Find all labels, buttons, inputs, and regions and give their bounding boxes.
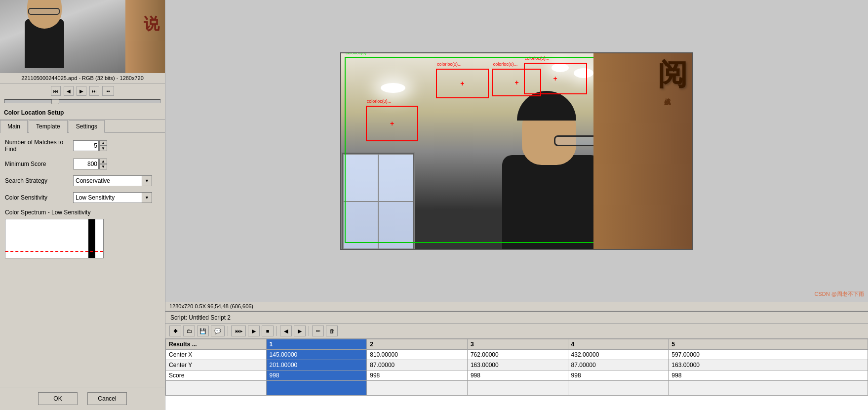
script-prev-btn[interactable]: ◀ — [280, 326, 292, 336]
cell-score-empty — [769, 370, 868, 381]
cell-empty-3 — [467, 381, 568, 396]
col-header-2[interactable]: 2 — [367, 339, 468, 350]
settings-content: Number of Matches to Find ▲ ▼ Minimum Sc… — [0, 133, 165, 387]
row-label-score: Score — [166, 370, 267, 381]
cell-cy-empty — [769, 360, 868, 370]
cell-cx-empty — [769, 350, 868, 360]
min-score-input-wrap: ▲ ▼ — [73, 159, 107, 169]
record-btn[interactable]: ▪▪ — [102, 86, 114, 96]
col-header-results: Results ... — [166, 339, 267, 350]
cell-score-1[interactable]: 998 — [266, 370, 367, 381]
progress-bar[interactable] — [4, 99, 161, 103]
chinese-char-yue: 阅 — [658, 58, 687, 91]
cell-cx-4[interactable]: 432.00000 — [568, 350, 669, 360]
cell-cx-1[interactable]: 145.00000 — [266, 350, 367, 360]
progress-thumb[interactable] — [51, 99, 59, 104]
toolbar-divider-1 — [228, 326, 228, 336]
tab-template[interactable]: Template — [29, 120, 68, 133]
playback-controls: ⏮ ◀ ▶ ⏭ ▪▪ — [0, 83, 165, 98]
script-edit-btn[interactable]: ✏ — [312, 326, 324, 336]
cell-cy-3[interactable]: 163.00000 — [467, 360, 568, 370]
cell-score-5[interactable]: 998 — [669, 370, 769, 381]
cell-empty-5 — [669, 381, 769, 396]
spectrum-dashed — [5, 251, 103, 258]
script-save-btn[interactable]: 💾 — [197, 326, 209, 336]
bottom-buttons: OK Cancel — [0, 387, 165, 410]
min-score-spinners: ▲ ▼ — [99, 159, 107, 169]
row-label-centerx: Center X — [166, 350, 267, 360]
col-header-5[interactable]: 5 — [669, 339, 769, 350]
script-play-start-btn[interactable]: ⏮▶ — [231, 326, 246, 336]
num-matches-up[interactable]: ▲ — [99, 140, 107, 146]
section-title-text: Color Location Setup — [4, 109, 64, 116]
script-play-btn[interactable]: ▶ — [248, 326, 260, 336]
num-matches-input[interactable] — [73, 140, 99, 151]
cell-score-3[interactable]: 998 — [467, 370, 568, 381]
main-layout: 说 221105000244025.apd - RGB (32 bits) - … — [0, 0, 868, 410]
tab-settings[interactable]: Settings — [69, 120, 105, 133]
cell-cy-1[interactable]: 201.00000 — [266, 360, 367, 370]
progress-bar-container — [0, 98, 165, 106]
script-title-bar: Script: Untitled Script 2 — [165, 312, 868, 324]
min-score-down[interactable]: ▼ — [99, 164, 107, 169]
color-sensitivity-arrow[interactable]: ▼ — [142, 192, 152, 203]
script-folder-btn[interactable]: 🗀 — [183, 326, 195, 336]
cell-cx-2[interactable]: 810.00000 — [367, 350, 468, 360]
cell-sel-empty-1[interactable] — [266, 381, 367, 396]
color-sensitivity-display[interactable]: Low Sensitivity — [73, 192, 142, 203]
cell-empty-4 — [568, 381, 669, 396]
col-header-1[interactable]: 1 — [266, 339, 367, 350]
cell-score-4[interactable]: 998 — [568, 370, 669, 381]
section-header: Color Location Setup — [0, 106, 165, 120]
num-matches-spinners: ▲ ▼ — [99, 140, 107, 151]
table-row-centery: Center Y 201.00000 87.00000 163.00000 87… — [166, 360, 868, 370]
cell-empty-label-1 — [166, 381, 267, 396]
num-matches-down[interactable]: ▼ — [99, 146, 107, 151]
search-strategy-arrow[interactable]: ▼ — [142, 175, 152, 186]
toolbar-divider-2 — [276, 326, 277, 336]
table-row-centerx: Center X 145.00000 810.00000 762.00000 4… — [166, 350, 868, 360]
min-score-input[interactable] — [73, 159, 99, 169]
tabs-row: Main Template Settings — [0, 120, 165, 133]
color-spectrum-section: Color Spectrum - Low Sensitivity — [5, 209, 160, 258]
results-header-row: Results ... 1 2 3 4 5 — [166, 339, 868, 350]
next-frame-btn[interactable]: ▶ — [77, 86, 86, 96]
num-matches-label: Number of Matches to Find — [5, 139, 69, 153]
cell-cy-2[interactable]: 87.00000 — [367, 360, 468, 370]
prev-frame-btn[interactable]: ◀ — [64, 86, 74, 96]
right-panel: 阅 超越成就人生 — [165, 0, 868, 410]
script-star-btn[interactable]: ✱ — [169, 326, 181, 336]
main-image: 阅 超越成就人生 — [340, 52, 693, 250]
col-header-4[interactable]: 4 — [568, 339, 669, 350]
col-header-3[interactable]: 3 — [467, 339, 568, 350]
skip-end-btn[interactable]: ⏭ — [89, 86, 99, 96]
image-display-area[interactable]: 阅 超越成就人生 — [165, 0, 868, 302]
cell-score-2[interactable]: 998 — [367, 370, 468, 381]
tab-main[interactable]: Main — [0, 120, 28, 133]
script-delete-btn[interactable]: 🗑 — [326, 326, 338, 336]
col-header-extra — [769, 339, 868, 350]
script-panel: Script: Untitled Script 2 ✱ 🗀 💾 💬 ⏮▶ ▶ ■… — [165, 311, 868, 410]
ok-button[interactable]: OK — [38, 392, 78, 405]
table-row-empty1 — [166, 381, 868, 396]
cell-cy-5[interactable]: 163.00000 — [669, 360, 769, 370]
search-strategy-row: Search Strategy Conservative ▼ — [5, 175, 160, 186]
script-next-btn[interactable]: ▶ — [294, 326, 306, 336]
toolbar-divider-3 — [309, 326, 309, 336]
cell-cx-5[interactable]: 597.00000 — [669, 350, 769, 360]
script-comment-btn[interactable]: 💬 — [211, 326, 225, 336]
skip-start-btn[interactable]: ⏮ — [51, 86, 61, 96]
cell-cy-4[interactable]: 87.00000 — [568, 360, 669, 370]
min-score-up[interactable]: ▲ — [99, 159, 107, 164]
file-info-text: 221105000244025.apd - RGB (32 bits) - 12… — [21, 75, 144, 81]
script-stop-btn[interactable]: ■ — [262, 326, 274, 336]
cell-cx-3[interactable]: 762.00000 — [467, 350, 568, 360]
search-strategy-display[interactable]: Conservative — [73, 175, 142, 186]
main-detection-label: colorloc(0)... — [346, 52, 370, 56]
image-status-text: 1280x720 0.5X 96,54,48 (606,606) — [169, 303, 253, 309]
num-matches-row: Number of Matches to Find ▲ ▼ — [5, 139, 160, 153]
cancel-button[interactable]: Cancel — [87, 392, 127, 405]
right-wall: 阅 超越成就人生 — [593, 53, 692, 249]
min-score-label: Minimum Score — [5, 161, 69, 167]
results-table-container: Results ... 1 2 3 4 5 Center X 145.0000 — [165, 339, 868, 396]
